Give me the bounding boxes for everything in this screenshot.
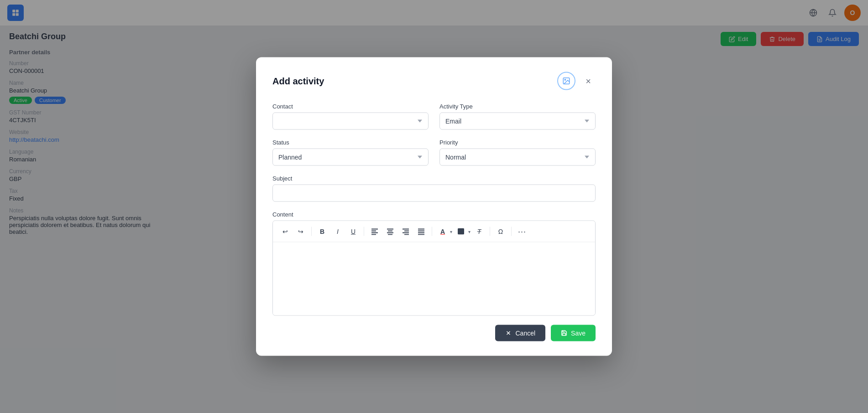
modal-header: Add activity × <box>272 72 596 90</box>
modal-header-actions: × <box>557 72 596 90</box>
svg-rect-22 <box>418 229 424 230</box>
align-left-button[interactable] <box>368 225 382 238</box>
add-activity-modal: Add activity × Contact Activ <box>256 57 612 356</box>
highlight-button[interactable] <box>454 225 468 238</box>
activity-type-select-wrapper: Email Call Meeting Task <box>439 113 596 130</box>
editor-content[interactable] <box>273 243 595 315</box>
svg-rect-11 <box>371 231 376 232</box>
font-color-wrapper: A ▾ <box>436 225 452 238</box>
status-select-wrapper: Planned In Progress Done Cancelled <box>272 149 429 166</box>
redo-button[interactable]: ↪ <box>294 225 308 238</box>
italic-button[interactable]: I <box>331 225 345 238</box>
svg-rect-21 <box>404 234 409 235</box>
svg-rect-14 <box>387 229 393 230</box>
contact-label: Contact <box>272 103 429 110</box>
svg-rect-20 <box>403 232 409 233</box>
subject-label: Subject <box>272 175 596 182</box>
save-button[interactable]: Save <box>551 325 596 341</box>
priority-label: Priority <box>439 139 596 146</box>
svg-rect-13 <box>371 234 376 235</box>
status-field-group: Status Planned In Progress Done Cancelle… <box>272 139 429 166</box>
svg-rect-15 <box>388 231 392 232</box>
bold-button[interactable]: B <box>315 225 329 238</box>
toolbar-separator-1 <box>311 227 312 236</box>
editor-toolbar: ↩ ↪ B I U <box>273 221 595 243</box>
underline-button[interactable]: U <box>346 225 360 238</box>
align-center-button[interactable] <box>383 225 397 238</box>
toolbar-separator-4 <box>490 227 490 236</box>
content-editor: ↩ ↪ B I U <box>272 221 596 316</box>
align-right-button[interactable] <box>399 225 413 238</box>
cancel-button[interactable]: Cancel <box>495 325 545 341</box>
svg-rect-19 <box>404 231 409 232</box>
special-char-button[interactable]: Ω <box>494 225 507 238</box>
content-field-group: Content ↩ ↪ B I U <box>272 211 596 316</box>
contact-select[interactable] <box>272 113 429 130</box>
content-label: Content <box>272 211 596 218</box>
justify-button[interactable] <box>414 225 428 238</box>
subject-field-group: Subject <box>272 175 596 202</box>
svg-rect-10 <box>371 229 378 230</box>
contact-select-wrapper <box>272 113 429 130</box>
highlight-wrapper: ▾ <box>454 225 471 238</box>
svg-rect-24 <box>418 232 424 233</box>
svg-rect-23 <box>418 231 424 232</box>
svg-rect-16 <box>387 232 393 233</box>
more-options-button[interactable]: ··· <box>515 225 529 238</box>
svg-rect-18 <box>403 229 409 230</box>
form-fields: Contact Activity Type Email Call Meeting… <box>272 103 596 316</box>
undo-button[interactable]: ↩ <box>278 225 292 238</box>
priority-select[interactable]: Low Normal High Urgent <box>439 149 596 166</box>
svg-point-9 <box>565 79 565 80</box>
subject-input[interactable] <box>272 185 596 202</box>
priority-field-group: Priority Low Normal High Urgent <box>439 139 596 166</box>
svg-rect-25 <box>418 234 424 235</box>
activity-type-label: Activity Type <box>439 103 596 110</box>
svg-rect-17 <box>388 234 392 235</box>
svg-rect-26 <box>458 228 464 235</box>
strikethrough-button[interactable]: T <box>472 225 486 238</box>
toolbar-separator-3 <box>432 227 432 236</box>
font-color-arrow[interactable]: ▾ <box>450 229 452 234</box>
svg-rect-12 <box>371 232 378 233</box>
modal-attachment-button[interactable] <box>557 72 575 90</box>
status-label: Status <box>272 139 429 146</box>
activity-type-field-group: Activity Type Email Call Meeting Task <box>439 103 596 130</box>
priority-select-wrapper: Low Normal High Urgent <box>439 149 596 166</box>
activity-type-select[interactable]: Email Call Meeting Task <box>439 113 596 130</box>
modal-footer: Cancel Save <box>272 325 596 341</box>
modal-close-button[interactable]: × <box>581 74 596 88</box>
status-select[interactable]: Planned In Progress Done Cancelled <box>272 149 429 166</box>
save-button-label: Save <box>571 330 586 337</box>
modal-title: Add activity <box>272 76 324 86</box>
font-color-button[interactable]: A <box>436 225 450 238</box>
toolbar-separator-2 <box>364 227 364 236</box>
contact-field-group: Contact <box>272 103 429 130</box>
highlight-arrow[interactable]: ▾ <box>468 229 471 234</box>
cancel-button-label: Cancel <box>515 330 535 337</box>
toolbar-separator-5 <box>511 227 512 236</box>
